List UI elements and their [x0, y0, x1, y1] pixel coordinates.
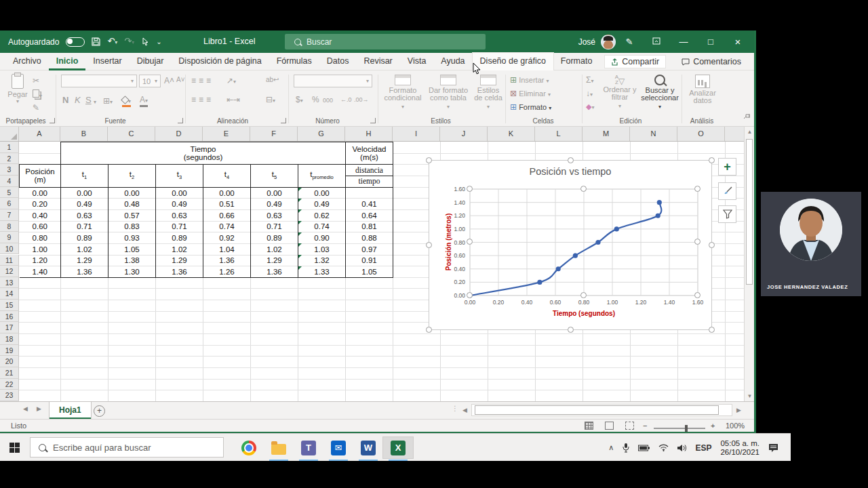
shrink-font-icon[interactable]: A˅	[176, 76, 185, 83]
fill-icon[interactable]: ↓▾	[586, 89, 593, 98]
data-cell[interactable]	[346, 187, 393, 199]
data-cell[interactable]: 0.83	[108, 221, 156, 232]
selection-handle[interactable]	[709, 327, 715, 333]
analyze-data-button[interactable]: Analizar datos	[684, 75, 722, 104]
data-cell[interactable]: 1.00	[20, 243, 61, 255]
underline-caret[interactable]: ▾	[94, 99, 96, 105]
data-cell[interactable]: 1.05	[346, 266, 393, 278]
grow-font-icon[interactable]: A˄	[164, 76, 174, 85]
row-header-10[interactable]: 10	[0, 243, 19, 255]
column-header-F[interactable]: F	[250, 127, 298, 141]
vertical-align-icons[interactable]: ≡≡≡	[191, 76, 214, 85]
menu-tab-f-rmulas[interactable]: Fórmulas	[269, 53, 319, 70]
tray-clock[interactable]: 05:05 a. m.26/10/2021	[720, 439, 760, 457]
row-header-22[interactable]: 22	[0, 379, 19, 390]
bold-button[interactable]: N	[62, 95, 68, 105]
selection-handle[interactable]	[426, 157, 432, 163]
find-select-button[interactable]: Buscar y seleccionar▾	[639, 75, 681, 110]
data-cell[interactable]: 1.02	[61, 243, 108, 255]
horizontal-scroll-thumb[interactable]	[475, 405, 719, 415]
ink-pen-icon[interactable]: ✎	[616, 30, 643, 53]
cell-a1[interactable]	[20, 142, 61, 154]
data-cell[interactable]: 0.71	[156, 221, 203, 232]
hscroll-right-icon[interactable]: ▶	[736, 407, 741, 413]
selection-handle[interactable]	[580, 292, 587, 298]
borders-icon[interactable]: ⊞▾	[103, 96, 113, 106]
column-header-E[interactable]: E	[203, 127, 250, 141]
data-cell[interactable]: 0.48	[108, 199, 156, 210]
row-header-4[interactable]: 4	[0, 176, 19, 187]
column-header-B[interactable]: B	[60, 127, 108, 141]
row-header-13[interactable]: 13	[0, 277, 19, 289]
data-table[interactable]: Tiempo(segundos)Velocidad(m(s)Posición(m…	[19, 142, 393, 278]
user-avatar[interactable]	[601, 35, 616, 49]
sort-filter-button[interactable]: AZ▽ Ordenar y filtrar▾	[602, 75, 637, 109]
data-cell[interactable]: 0.00	[156, 187, 203, 199]
taskbar-teams-icon[interactable]: T	[294, 437, 323, 458]
tray-notification-icon[interactable]	[768, 443, 778, 453]
selection-handle[interactable]	[694, 292, 701, 298]
data-cell[interactable]: 0.71	[61, 221, 108, 232]
fuente-dialog-launcher[interactable]	[178, 118, 183, 123]
format-painter-icon[interactable]: ✎	[33, 103, 39, 113]
data-cell[interactable]: 1.36	[156, 266, 203, 278]
chart-elements-button[interactable]: +	[718, 158, 736, 176]
header-posicion[interactable]: Posición(m)	[20, 165, 61, 187]
taskbar-mail-icon[interactable]: ✉	[323, 437, 353, 458]
selection-handle[interactable]	[694, 186, 701, 192]
data-cell[interactable]: 0.51	[203, 199, 251, 210]
data-cell[interactable]: 0.80	[20, 232, 61, 244]
view-page-break-icon[interactable]	[625, 422, 634, 430]
menu-tab-dibujar[interactable]: Dibujar	[130, 53, 172, 70]
minimize-button[interactable]: —	[670, 30, 697, 53]
column-header-O[interactable]: O	[677, 127, 725, 141]
header-t3[interactable]: t3	[156, 165, 203, 187]
selection-handle[interactable]	[568, 157, 574, 163]
tray-battery-icon[interactable]	[638, 445, 650, 451]
data-cell[interactable]: 1.33	[298, 266, 346, 278]
format-cells-button[interactable]: ⊞ Formato ▾	[510, 102, 551, 112]
view-normal-icon[interactable]	[585, 422, 593, 430]
data-cell[interactable]: 0.81	[346, 221, 393, 232]
row-header-15[interactable]: 15	[0, 300, 19, 311]
row-header-19[interactable]: 19	[0, 345, 19, 357]
number-format-combo[interactable]: ▾	[294, 75, 372, 87]
currency-icon[interactable]: $▾	[296, 95, 303, 104]
row-header-18[interactable]: 18	[0, 333, 19, 345]
close-button[interactable]: ×	[724, 30, 751, 53]
scroll-up-icon[interactable]: ▲	[745, 129, 755, 135]
taskbar-chrome-icon[interactable]	[234, 437, 264, 458]
data-cell[interactable]: 0.88	[346, 232, 393, 244]
new-sheet-button[interactable]: +	[94, 405, 105, 417]
portapapeles-dialog-launcher[interactable]	[50, 118, 55, 123]
touch-mode-icon[interactable]	[141, 37, 149, 47]
selection-handle[interactable]	[426, 242, 432, 248]
selection-handle[interactable]	[709, 157, 715, 163]
data-cell[interactable]: 1.36	[203, 255, 251, 266]
data-cell[interactable]: 1.20	[20, 255, 61, 266]
data-cell[interactable]: 0.97	[346, 243, 393, 255]
header-t2[interactable]: t2	[108, 165, 156, 187]
data-cell[interactable]: 1.26	[203, 266, 251, 278]
menu-tab-formato[interactable]: Formato	[553, 53, 600, 70]
collapse-ribbon-icon[interactable]	[743, 113, 751, 120]
header-velocidad-formula[interactable]: distanciatiempo	[346, 165, 393, 187]
row-header-8[interactable]: 8	[0, 221, 19, 232]
insert-cells-button[interactable]: ⊞ Insertar ▾	[510, 75, 549, 85]
tray-chevron-icon[interactable]: ∧	[608, 443, 614, 452]
data-cell[interactable]: 0.41	[346, 199, 393, 210]
undo-icon[interactable]: ↶▾	[107, 30, 117, 54]
row-header-14[interactable]: 14	[0, 288, 19, 300]
menu-tab-revisar[interactable]: Revisar	[356, 53, 399, 70]
data-cell[interactable]: 0.60	[20, 221, 61, 232]
column-header-I[interactable]: I	[393, 127, 440, 141]
data-cell[interactable]: 1.02	[156, 243, 203, 255]
row-header-16[interactable]: 16	[0, 311, 19, 323]
cut-icon[interactable]: ✂	[33, 76, 39, 85]
alineacion-dialog-launcher[interactable]	[281, 118, 286, 123]
data-cell[interactable]: 0.74	[203, 221, 251, 232]
ribbon-display-options-icon[interactable]	[643, 30, 670, 53]
data-cell[interactable]: 0.89	[156, 232, 203, 244]
data-cell[interactable]: 1.04	[203, 243, 251, 255]
horizontal-align-icons[interactable]: ≡≡≡	[191, 95, 214, 104]
